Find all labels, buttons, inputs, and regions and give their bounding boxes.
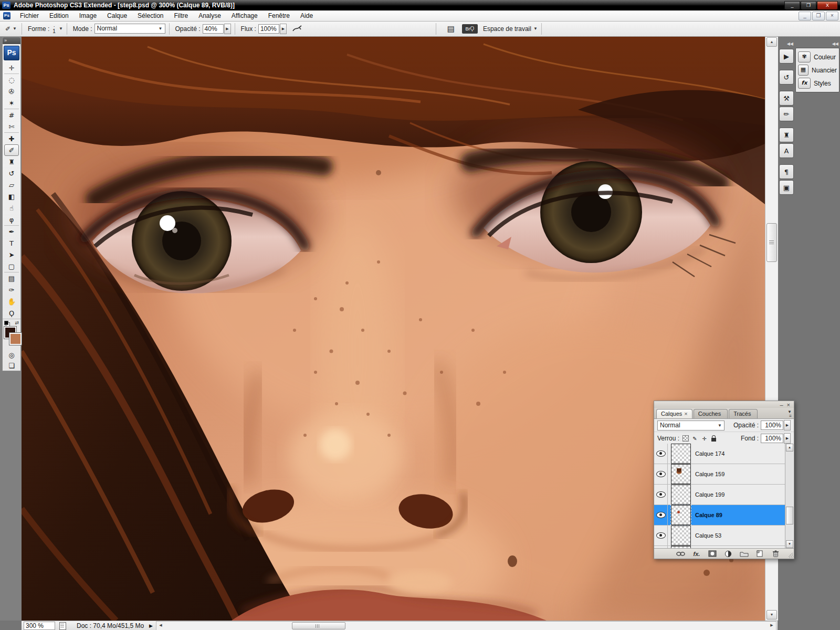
- airbrush-icon[interactable]: [291, 24, 304, 34]
- caractere-panel-icon[interactable]: A: [779, 143, 794, 158]
- layer-blend-mode-select[interactable]: Normal ▼: [657, 421, 724, 430]
- panel-couleur[interactable]: ✾ Couleur: [796, 50, 839, 64]
- bridge-icon[interactable]: Br Ϙ: [462, 24, 478, 34]
- dodge-tool[interactable]: φ: [4, 214, 19, 225]
- source-duplication-panel-icon[interactable]: ♜: [779, 128, 794, 142]
- layer-thumbnail[interactable]: [671, 444, 691, 464]
- new-layer-icon[interactable]: [754, 550, 765, 558]
- compositions-calques-panel-icon[interactable]: ▣: [779, 180, 794, 195]
- formes-panel-icon[interactable]: ✏: [779, 107, 794, 121]
- layer-row[interactable]: Calque 89: [654, 505, 785, 526]
- layer-visibility-toggle[interactable]: [654, 485, 668, 505]
- palette-titlebar[interactable]: – ×: [654, 401, 794, 408]
- opacity-input[interactable]: 40%: [203, 24, 224, 34]
- new-group-icon[interactable]: [738, 550, 750, 558]
- image[interactable]: Image: [74, 11, 102, 20]
- palette-menu-icon[interactable]: ▼≡: [788, 410, 792, 418]
- filtre[interactable]: Filtre: [169, 11, 193, 20]
- window-minimize-button[interactable]: _: [784, 1, 800, 10]
- fill-input[interactable]: 100%: [761, 434, 783, 443]
- strip-collapse-icon[interactable]: ◀◀: [779, 41, 794, 48]
- magic-wand-tool[interactable]: ✶: [4, 97, 19, 109]
- layer-visibility-toggle[interactable]: [654, 444, 668, 464]
- layer-scroll-down[interactable]: ▼: [786, 540, 793, 548]
- layer-opacity-input[interactable]: 100%: [761, 421, 783, 430]
- quick-mask-button[interactable]: ◎: [4, 350, 19, 360]
- layer-thumbnail[interactable]: [671, 485, 691, 505]
- layer-mask-icon[interactable]: [707, 550, 718, 558]
- analyse[interactable]: Analyse: [193, 11, 226, 20]
- vertical-scroll-thumb[interactable]: [766, 223, 777, 262]
- status-menu-arrow[interactable]: ▶: [149, 623, 153, 628]
- dock-collapse-icon[interactable]: ◀◀: [795, 41, 839, 48]
- brush-size-preview[interactable]: · 1: [52, 24, 56, 34]
- doc-minimize-button[interactable]: _: [799, 12, 811, 20]
- layer-row[interactable]: Calque 199: [654, 485, 785, 505]
- layer-thumbnail[interactable]: [671, 526, 691, 545]
- scroll-left-button[interactable]: ◀: [157, 622, 164, 628]
- window-restore-button[interactable]: ❐: [801, 1, 816, 10]
- layer-thumbnail[interactable]: [671, 505, 691, 525]
- lock-paint-icon[interactable]: ✎: [691, 435, 699, 443]
- edition[interactable]: Edition: [44, 11, 74, 20]
- palette-close-button[interactable]: ×: [787, 402, 790, 407]
- couches[interactable]: Couches: [694, 409, 728, 418]
- panel-nuancier[interactable]: ▦ Nuancier: [796, 64, 839, 77]
- scroll-down-button[interactable]: ▼: [766, 610, 777, 620]
- elliptical-marquee-tool[interactable]: ◌: [4, 74, 19, 86]
- layer-opacity-spinner[interactable]: ▶: [784, 420, 791, 430]
- toolbox-collapse-handle[interactable]: »: [3, 37, 20, 44]
- smudge-tool[interactable]: ☝: [4, 202, 19, 214]
- slice-tool[interactable]: ✄: [4, 121, 19, 132]
- sélection[interactable]: Sélection: [132, 11, 169, 20]
- actions-panel-icon[interactable]: ▶: [779, 49, 794, 64]
- opacity-spinner[interactable]: ▶: [224, 24, 231, 34]
- swap-colors-icon[interactable]: ⇄: [15, 320, 19, 326]
- brush-tool[interactable]: ✐: [4, 144, 19, 156]
- flow-spinner[interactable]: ▶: [280, 24, 287, 34]
- outils-predefinis-panel-icon[interactable]: ⚒: [779, 91, 794, 106]
- doc-restore-button[interactable]: ❐: [812, 12, 825, 20]
- fichier[interactable]: Fichier: [15, 11, 44, 20]
- calque[interactable]: Calque: [102, 11, 132, 20]
- forme-dropdown-arrow[interactable]: ▼: [59, 26, 63, 31]
- pen-tool[interactable]: ✒: [4, 225, 19, 237]
- layer-row[interactable]: Calque 174: [654, 444, 785, 464]
- flow-input[interactable]: 100%: [258, 24, 279, 34]
- default-colors-icon[interactable]: [4, 321, 9, 326]
- lasso-tool[interactable]: ✇: [4, 86, 19, 97]
- eraser-tool[interactable]: ▱: [4, 179, 19, 191]
- paragraphe-panel-icon[interactable]: ¶: [779, 164, 794, 179]
- fill-spinner[interactable]: ▶: [784, 433, 791, 444]
- zoom-level-input[interactable]: 300 %: [24, 622, 55, 630]
- lock-transparency-icon[interactable]: [681, 435, 689, 443]
- eyedropper-tool[interactable]: ✑: [4, 284, 19, 296]
- layer-visibility-toggle[interactable]: [654, 526, 668, 545]
- horizontal-scroll-thumb[interactable]: [292, 622, 345, 629]
- shape-tool[interactable]: ▢: [4, 260, 19, 272]
- tracés[interactable]: Tracés: [729, 409, 758, 418]
- history-brush-tool[interactable]: ↺: [4, 167, 19, 179]
- aide[interactable]: Aide: [295, 11, 318, 20]
- layer-scroll-up[interactable]: ▲: [786, 444, 793, 452]
- fenêtre[interactable]: Fenêtre: [263, 11, 295, 20]
- scroll-up-button[interactable]: ▲: [766, 37, 777, 47]
- workspace-button[interactable]: Espace de travail ▼: [483, 25, 538, 33]
- lock-position-icon[interactable]: ✛: [700, 435, 708, 443]
- window-close-button[interactable]: X: [817, 1, 838, 10]
- historique-panel-icon[interactable]: ↺: [779, 70, 794, 85]
- layer-row[interactable]: Calque 159: [654, 464, 785, 485]
- path-selection-tool[interactable]: ➤: [4, 249, 19, 260]
- screen-mode-button[interactable]: ❏: [4, 360, 19, 371]
- layer-scroll-thumb[interactable]: [786, 507, 793, 524]
- palette-minimize-button[interactable]: –: [780, 402, 783, 407]
- lock-all-icon[interactable]: [710, 435, 718, 443]
- layer-visibility-toggle[interactable]: [654, 505, 668, 525]
- brush-preset-icon[interactable]: ✐ ▼: [4, 24, 18, 34]
- notes-tool[interactable]: ▤: [4, 272, 19, 284]
- zoom-tool[interactable]: Ϙ: [4, 307, 19, 319]
- horizontal-scrollbar[interactable]: ◀ ▶: [156, 621, 776, 630]
- layer-row[interactable]: Calque 53: [654, 526, 785, 546]
- palette-resize-grip[interactable]: [788, 553, 793, 558]
- healing-brush-tool[interactable]: ✚: [4, 132, 19, 144]
